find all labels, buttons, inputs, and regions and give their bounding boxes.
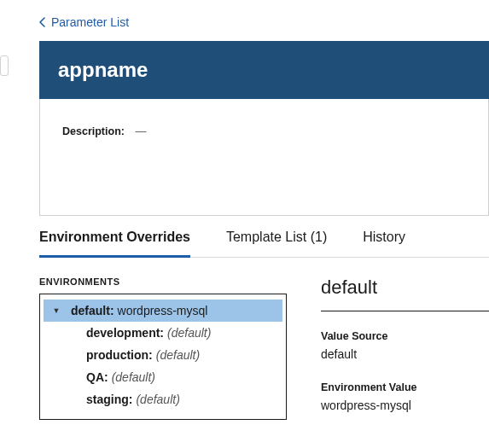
environments-tree: ▼ default: wordpress-mysql development: … [39,294,287,420]
env-value: (default) [156,348,200,362]
parameter-title: appname [58,58,470,82]
description-value: — [135,125,146,137]
environment-value-label: Environment Value [321,381,489,393]
tab-environment-overrides[interactable]: Environment Overrides [39,218,190,258]
env-tree-item-development[interactable]: development: (default) [47,322,279,344]
environment-value-value: wordpress-mysql [321,399,489,412]
env-value: (default) [112,370,155,384]
detail-title: default [321,276,489,299]
description-section: Description: — [39,99,489,216]
edge-handle [0,55,9,76]
environments-heading: ENVIRONMENTS [39,276,287,287]
back-link-text: Parameter List [51,15,129,29]
description-label: Description: [62,125,125,137]
env-tree-root[interactable]: ▼ default: wordpress-mysql [44,300,282,322]
env-value: wordpress-mysql [118,304,208,317]
tab-history[interactable]: History [363,218,405,257]
caret-down-icon[interactable]: ▼ [50,306,62,315]
back-to-parameter-list-link[interactable]: Parameter List [39,0,489,41]
tab-bar: Environment Overrides Template List (1) … [39,218,489,258]
env-tree-item-production[interactable]: production: (default) [47,344,279,366]
parameter-header: appname [39,41,489,99]
env-label: development: [86,326,164,340]
env-label: default: [71,304,114,317]
env-value: (default) [136,393,179,406]
env-tree-item-qa[interactable]: QA: (default) [47,366,279,388]
env-label: staging: [86,393,132,406]
value-source-value: default [321,347,489,361]
chevron-left-icon [39,17,46,27]
env-label: production: [86,348,153,362]
environment-detail-panel: default Value Source default Environment… [321,276,489,433]
env-value: (default) [167,326,211,340]
env-label: QA: [86,370,108,384]
value-source-label: Value Source [321,330,489,342]
tab-template-list[interactable]: Template List (1) [226,218,327,257]
env-tree-item-staging[interactable]: staging: (default) [47,388,279,410]
detail-divider [321,311,489,311]
